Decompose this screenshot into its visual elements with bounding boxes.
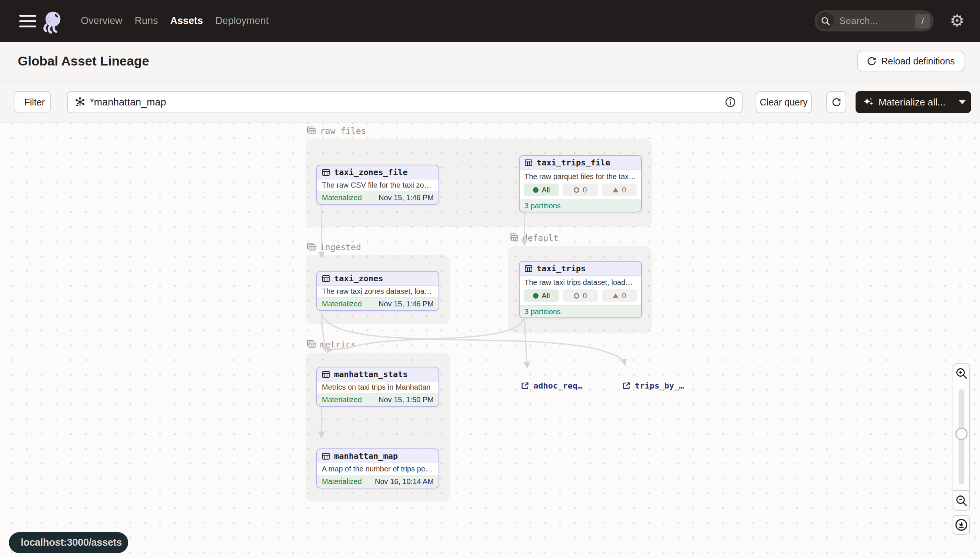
- partition-badge-materialized[interactable]: All: [524, 184, 559, 196]
- zoom-out-button[interactable]: [953, 490, 970, 510]
- zoom-slider[interactable]: [953, 382, 970, 491]
- download-icon: [954, 518, 968, 532]
- asset-description: Metrics on taxi trips in Manhattan: [317, 381, 438, 393]
- top-nav: Overview Runs Assets Deployment / ⚙: [0, 0, 980, 42]
- partition-badges: All 0 0: [520, 288, 641, 305]
- search-icon: [817, 12, 834, 30]
- nav-link-runs[interactable]: Runs: [135, 15, 158, 27]
- reload-definitions-label: Reload definitions: [881, 56, 955, 67]
- materialization-timestamp[interactable]: Nov 15, 1:46 PM: [379, 300, 434, 308]
- materialize-dropdown-toggle[interactable]: [953, 95, 971, 109]
- partitions-count: 3 partitions: [520, 199, 641, 212]
- external-asset-trips-by[interactable]: trips_by_…: [622, 381, 684, 391]
- asset-status-footer: Materialized Nov 15, 1:46 PM: [317, 191, 438, 204]
- asset-description: The raw taxi trips dataset, loaded into …: [520, 276, 641, 288]
- asset-node-header: manhattan_map: [317, 449, 438, 463]
- asset-description: The raw taxi zones dataset, loaded int..…: [317, 286, 438, 297]
- refresh-icon: [832, 97, 842, 107]
- zoom-out-icon: [955, 494, 968, 507]
- asset-description: A map of the number of trips per taxi z.…: [317, 463, 438, 475]
- group-label-default[interactable]: default: [509, 233, 558, 243]
- asset-status-footer: Materialized Nov 15, 1:46 PM: [317, 297, 438, 310]
- partition-badge-materialized[interactable]: All: [524, 289, 559, 302]
- browser-url-badge: localhost:3000/assets: [9, 532, 128, 553]
- nav-link-assets[interactable]: Assets: [170, 15, 203, 27]
- asset-name: taxi_trips_file: [537, 158, 610, 167]
- asset-group-icon: [509, 233, 519, 243]
- asset-group-icon: [306, 242, 316, 252]
- asset-node-header: taxi_zones_file: [317, 166, 438, 179]
- nav-link-overview[interactable]: Overview: [81, 15, 123, 27]
- asset-name: manhattan_map: [334, 451, 398, 461]
- asset-node-header: taxi_zones: [317, 272, 438, 286]
- asset-node-manhattan-stats[interactable]: manhattan_stats Metrics on taxi trips in…: [316, 367, 439, 407]
- asset-status-footer: Materialized Nov 16, 10:14 AM: [317, 475, 438, 488]
- hollow-circle-icon: [574, 187, 579, 193]
- asset-selection-input[interactable]: [90, 97, 725, 108]
- settings-gear-icon[interactable]: ⚙: [950, 11, 964, 30]
- group-label-ingested[interactable]: ingested: [306, 242, 361, 252]
- lineage-toolbar: Filter: [0, 82, 980, 123]
- asset-name: manhattan_stats: [334, 370, 408, 379]
- clear-query-label: Clear query: [759, 97, 807, 108]
- external-asset-adhoc-request[interactable]: adhoc_req…: [521, 381, 582, 391]
- zoom-in-button[interactable]: [953, 363, 970, 383]
- asset-node-taxi-zones-file[interactable]: taxi_zones_file The raw CSV file for the…: [316, 165, 439, 205]
- download-image-button[interactable]: [953, 515, 970, 535]
- asset-name: taxi_zones: [334, 274, 383, 283]
- status-badge: Materialized: [322, 478, 362, 486]
- refresh-graph-button[interactable]: [826, 91, 846, 113]
- table-icon: [322, 452, 330, 460]
- materialization-timestamp[interactable]: Nov 16, 10:14 AM: [375, 478, 434, 486]
- filter-button[interactable]: Filter: [14, 91, 51, 113]
- status-badge: Materialized: [322, 396, 362, 404]
- hamburger-menu-icon[interactable]: [19, 15, 36, 27]
- status-badge: Materialized: [322, 194, 362, 202]
- partition-badge-failed[interactable]: 0: [563, 289, 598, 302]
- group-label-metrics[interactable]: metrics: [306, 339, 356, 349]
- materialization-timestamp[interactable]: Nov 15, 1:46 PM: [379, 194, 434, 202]
- zoom-in-icon: [955, 367, 968, 380]
- asset-node-manhattan-map[interactable]: manhattan_map A map of the number of tri…: [316, 448, 439, 488]
- query-info-icon[interactable]: [725, 97, 736, 108]
- nav-link-deployment[interactable]: Deployment: [215, 15, 268, 27]
- chevron-down-icon: [959, 100, 965, 104]
- table-icon: [322, 370, 330, 379]
- asset-group-icon: [306, 126, 316, 136]
- asset-name: taxi_trips: [537, 264, 586, 273]
- asset-node-taxi-zones[interactable]: taxi_zones The raw taxi zones dataset, l…: [316, 271, 439, 311]
- global-search[interactable]: /: [814, 10, 934, 31]
- green-dot-icon: [533, 187, 539, 193]
- asset-status-footer: Materialized Nov 15, 1:50 PM: [317, 393, 438, 406]
- materialize-all-main[interactable]: Materialize all...: [856, 97, 953, 108]
- badge-label: 0: [583, 292, 587, 300]
- materialize-all-button[interactable]: Materialize all...: [856, 91, 971, 113]
- search-input[interactable]: [839, 15, 915, 27]
- asset-node-taxi-trips[interactable]: taxi_trips The raw taxi trips dataset, l…: [519, 261, 642, 318]
- badge-label: 0: [622, 186, 626, 194]
- hollow-circle-icon: [574, 293, 579, 299]
- partition-badge-overdue[interactable]: 0: [602, 184, 637, 196]
- asset-node-header: taxi_trips_file: [520, 156, 641, 170]
- group-name: raw_files: [320, 126, 366, 136]
- materialization-timestamp[interactable]: Nov 15, 1:50 PM: [379, 396, 434, 404]
- nav-links: Overview Runs Assets Deployment: [81, 0, 268, 42]
- search-shortcut-badge: /: [915, 14, 930, 28]
- asset-selection-input-wrap: [67, 91, 743, 113]
- sparkle-icon: [863, 97, 874, 108]
- asset-group-icon: [306, 339, 316, 349]
- reload-icon: [867, 56, 877, 66]
- external-link-icon: [521, 381, 529, 390]
- group-label-raw-files[interactable]: raw_files: [306, 126, 366, 136]
- triangle-icon: [613, 188, 619, 192]
- partitions-count: 3 partitions: [520, 305, 641, 317]
- partition-badge-failed[interactable]: 0: [563, 184, 598, 196]
- external-link-icon: [622, 381, 631, 390]
- clear-query-button[interactable]: Clear query: [756, 91, 812, 113]
- url-text: localhost:3000/assets: [21, 537, 122, 548]
- zoom-slider-thumb[interactable]: [955, 428, 967, 440]
- partition-badge-overdue[interactable]: 0: [602, 289, 637, 302]
- reload-definitions-button[interactable]: Reload definitions: [857, 51, 964, 71]
- group-name: ingested: [320, 242, 361, 252]
- asset-node-taxi-trips-file[interactable]: taxi_trips_file The raw parquet files fo…: [519, 155, 642, 212]
